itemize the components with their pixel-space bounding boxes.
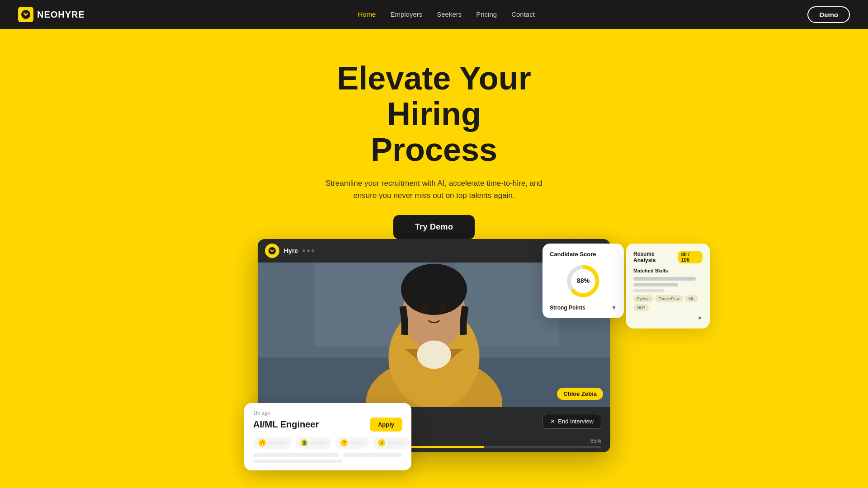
nav-home[interactable]: Home: [358, 10, 376, 18]
svg-point-1: [269, 247, 276, 254]
logo-icon: [18, 7, 33, 22]
nav-pricing[interactable]: Pricing: [476, 10, 497, 18]
svg-point-12: [417, 341, 451, 369]
job-title-row: AI/ML Engineer Apply: [253, 418, 402, 432]
logo[interactable]: NEOHYRE: [18, 7, 85, 22]
job-tag-location: 📍: [335, 437, 369, 449]
resume-header: Resume Analysis 80 / 100: [633, 251, 703, 263]
hyre-avatar: [265, 244, 279, 258]
skill-tags: Python TensorFlow ML NLP: [633, 295, 703, 311]
skill-tag-3: ML: [685, 295, 698, 302]
skill-bar-3: [633, 289, 665, 292]
nav-contact[interactable]: Contact: [511, 10, 535, 18]
skill-tag-2: TensorFlow: [655, 295, 683, 302]
skill-bar-1: [633, 277, 696, 281]
job-tags: 🔥 👤 📍 💰: [253, 437, 402, 449]
skill-tag-1: Python: [633, 295, 653, 302]
logo-text: NEOHYRE: [37, 9, 85, 20]
resume-analysis-card: Resume Analysis 80 / 100 Matched Skills …: [626, 244, 710, 328]
hero-section: Elevate Your Hiring Process Streamline y…: [0, 29, 868, 488]
job-tag-person: 👤: [295, 437, 331, 449]
candidate-score-title: Candidate Score: [550, 251, 617, 258]
nav-demo-button[interactable]: Demo: [807, 6, 850, 23]
chevron-icon: ▼: [611, 305, 617, 311]
apply-button[interactable]: Apply: [370, 418, 402, 432]
job-title: AI/ML Engineer: [253, 419, 319, 430]
candidate-score-card: Candidate Score 88% Strong Points ▼: [542, 244, 624, 318]
svg-point-10: [421, 305, 429, 314]
hyre-label: Hyre: [284, 247, 298, 254]
resume-chevron-icon: ▼: [633, 315, 703, 321]
job-card: 1hr ago AI/ML Engineer Apply 🔥 👤 📍: [244, 403, 411, 470]
job-tag-salary: 💰: [373, 437, 410, 449]
svg-point-9: [401, 264, 467, 315]
end-icon: ✕: [550, 418, 555, 425]
progress-pct: 65%: [590, 438, 601, 444]
location-icon: 📍: [340, 439, 348, 446]
navbar: NEOHYRE Home Employers Seekers Pricing C…: [0, 0, 868, 29]
svg-text:88%: 88%: [577, 277, 590, 284]
end-interview-button[interactable]: ✕ End Interview: [542, 414, 601, 429]
name-badge: Chloe Zebia: [557, 388, 603, 400]
job-bar-2: [343, 453, 402, 457]
skill-bar-2: [633, 283, 678, 286]
job-bar-3: [253, 460, 343, 463]
nav-employers[interactable]: Employers: [390, 10, 422, 18]
resume-title: Resume Analysis: [633, 251, 678, 263]
nav-seekers[interactable]: Seekers: [437, 10, 462, 18]
job-tag-fire: 🔥: [253, 437, 292, 449]
fire-icon: 🔥: [259, 439, 266, 446]
salary-icon: 💰: [378, 439, 385, 446]
header-dots: [302, 249, 314, 252]
try-demo-button[interactable]: Try Demo: [393, 215, 475, 239]
nav-links: Home Employers Seekers Pricing Contact: [358, 10, 534, 19]
resume-score-badge: 80 / 100: [678, 251, 703, 263]
person-icon: 👤: [301, 439, 308, 446]
job-bars-2: [253, 460, 402, 463]
job-bar-1: [253, 453, 339, 457]
matched-skills-label: Matched Skills: [633, 268, 703, 273]
donut-chart: 88%: [550, 263, 617, 299]
hero-subtitle: Streamline your recruitment with AI, acc…: [316, 177, 552, 202]
strong-points-label: Strong Points ▼: [550, 305, 617, 311]
svg-point-11: [439, 305, 447, 314]
job-bars: [253, 453, 402, 457]
hero-title: Elevate Your Hiring Process: [337, 61, 531, 168]
skill-tag-4: NLP: [633, 304, 649, 311]
job-time: 1hr ago: [253, 410, 402, 416]
mockup-wrapper: Hyre: [258, 239, 610, 488]
